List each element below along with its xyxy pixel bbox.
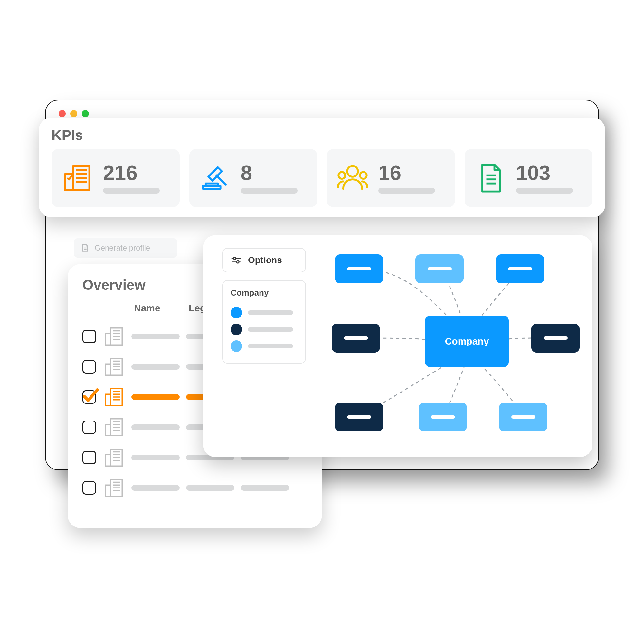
- generate-profile-button[interactable]: Generate profile: [74, 238, 177, 258]
- graph-node[interactable]: [499, 403, 547, 431]
- graph-node[interactable]: [415, 254, 464, 283]
- kpi-value: 216: [103, 163, 170, 183]
- kpi-tile-people[interactable]: 16: [327, 149, 455, 207]
- kpi-subtext-placeholder: [103, 188, 160, 194]
- gavel-icon: [199, 162, 231, 194]
- legend-dot-icon: [231, 340, 242, 352]
- cell-placeholder: [131, 455, 180, 460]
- svg-point-10: [360, 172, 367, 179]
- building-icon: [61, 162, 93, 194]
- legend-item[interactable]: [231, 321, 298, 338]
- building-icon: [102, 386, 125, 408]
- kpi-title: KPIs: [52, 127, 592, 143]
- legend-label-placeholder: [248, 327, 293, 332]
- kpi-value: 16: [378, 163, 445, 183]
- checkmark-icon: [81, 386, 99, 404]
- cell-placeholder: [131, 394, 180, 400]
- window-maximize-icon[interactable]: [82, 110, 89, 117]
- svg-rect-17: [105, 334, 111, 345]
- building-icon: [102, 446, 125, 469]
- kpi-value: 103: [516, 163, 583, 183]
- svg-rect-41: [105, 455, 111, 466]
- graph-node[interactable]: [496, 254, 544, 283]
- legend-item[interactable]: [231, 304, 298, 321]
- kpi-tile-documents[interactable]: 103: [465, 149, 593, 207]
- graph-node[interactable]: [335, 254, 383, 283]
- header-name: Name: [134, 303, 182, 314]
- cell-placeholder: [186, 485, 234, 491]
- row-checkbox[interactable]: [82, 421, 96, 434]
- kpi-subtext-placeholder: [241, 188, 298, 194]
- legend-dot-icon: [231, 324, 242, 335]
- svg-rect-7: [205, 184, 218, 186]
- row-checkbox[interactable]: [82, 451, 96, 464]
- graph-node[interactable]: [335, 403, 383, 431]
- building-icon: [102, 355, 125, 378]
- svg-point-8: [347, 166, 358, 177]
- window-controls: [59, 110, 89, 117]
- cell-placeholder: [131, 485, 180, 491]
- generate-profile-label: Generate profile: [95, 243, 150, 252]
- svg-point-9: [338, 172, 345, 179]
- svg-point-55: [237, 261, 239, 263]
- building-icon: [102, 416, 125, 439]
- kpi-tile-entities[interactable]: 216: [52, 149, 180, 207]
- kpi-tile-legal[interactable]: 8: [189, 149, 317, 207]
- building-icon: [102, 477, 125, 499]
- graph-node[interactable]: [419, 403, 467, 431]
- svg-rect-23: [105, 364, 111, 375]
- kpi-subtext-placeholder: [378, 188, 435, 194]
- row-checkbox[interactable]: [82, 481, 96, 495]
- entity-graph[interactable]: Company: [312, 241, 586, 451]
- graph-node[interactable]: [531, 324, 580, 353]
- legend-label-placeholder: [248, 344, 293, 348]
- diagram-panel: Options Company: [203, 235, 592, 457]
- svg-rect-47: [105, 485, 111, 496]
- window-minimize-icon[interactable]: [70, 110, 77, 117]
- legend-item[interactable]: [231, 338, 298, 355]
- row-checkbox[interactable]: [82, 330, 96, 343]
- kpi-panel: KPIs 216: [39, 118, 605, 217]
- building-icon: [102, 325, 125, 348]
- window-close-icon[interactable]: [59, 110, 66, 117]
- options-button[interactable]: Options: [222, 248, 306, 272]
- legend-dot-icon: [231, 307, 242, 318]
- cell-placeholder: [241, 485, 289, 491]
- cell-placeholder: [131, 364, 180, 370]
- graph-node[interactable]: [332, 324, 380, 353]
- sliders-icon: [231, 255, 241, 266]
- graph-node-center[interactable]: Company: [425, 316, 509, 367]
- diagram-legend: Company: [222, 280, 306, 364]
- kpi-value: 8: [241, 163, 308, 183]
- cell-placeholder: [131, 334, 180, 339]
- row-checkbox[interactable]: [82, 360, 96, 374]
- svg-point-53: [233, 257, 236, 260]
- svg-rect-35: [105, 424, 111, 436]
- svg-rect-29: [105, 394, 111, 405]
- table-row[interactable]: [82, 473, 307, 503]
- graph-center-label: Company: [445, 336, 489, 347]
- kpi-subtext-placeholder: [516, 188, 573, 194]
- people-icon: [336, 162, 369, 194]
- row-checkbox[interactable]: [82, 390, 96, 404]
- legend-label-placeholder: [248, 310, 293, 315]
- document-icon: [81, 243, 90, 252]
- cell-placeholder: [131, 424, 180, 430]
- document-icon: [474, 162, 507, 194]
- options-label: Options: [248, 255, 282, 265]
- legend-title: Company: [231, 288, 298, 298]
